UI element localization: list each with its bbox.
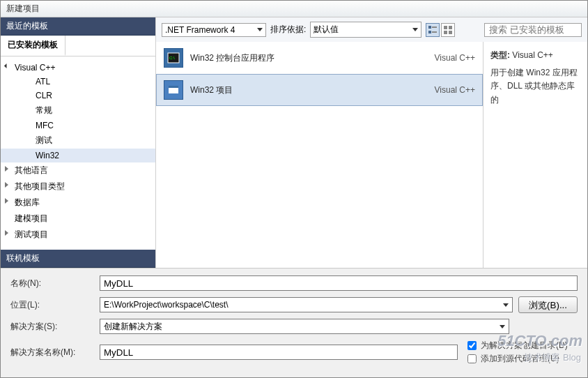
chevron-right-icon (5, 182, 8, 188)
name-row: 名称(N): (10, 275, 578, 291)
tree-mfc[interactable]: MFC (1, 119, 155, 133)
svg-text:C:\: C:\ (169, 56, 175, 60)
svg-rect-6 (444, 31, 447, 34)
sort-combo[interactable]: 默认值 (310, 22, 421, 38)
framework-value: .NET Framework 4 (165, 25, 235, 35)
chevron-down-icon (4, 63, 9, 68)
sort-value: 默认值 (314, 24, 339, 36)
template-list: C:\ Win32 控制台应用程序 Visual C++ Win32 项目 Vi… (156, 42, 483, 268)
solution-value: 创建新解决方案 (104, 321, 162, 333)
list-and-description: C:\ Win32 控制台应用程序 Visual C++ Win32 项目 Vi… (156, 42, 587, 268)
tree-other-project-types[interactable]: 其他项目类型 (1, 179, 155, 195)
tree-general[interactable]: 常规 (1, 103, 155, 119)
chevron-right-icon (5, 198, 8, 204)
tree-test-projects[interactable]: 测试项目 (1, 227, 155, 243)
small-icons-icon (428, 25, 438, 35)
name-label: 名称(N): (10, 278, 94, 289)
svg-rect-2 (432, 27, 437, 28)
tree-atl[interactable]: ATL (1, 75, 155, 89)
dropdown-arrow-icon (503, 303, 509, 307)
svg-rect-0 (428, 26, 431, 29)
tree-database[interactable]: 数据库 (1, 195, 155, 211)
location-combo[interactable]: E:\WorkProject\workspace\C\test\ (100, 297, 513, 312)
sidebar: 最近的模板 已安装的模板 Visual C++ ATL CLR 常规 MFC 测… (1, 17, 156, 268)
form-panel: 名称(N): 位置(L): E:\WorkProject\workspace\C… (1, 268, 587, 377)
solution-label: 解决方案(S): (10, 321, 94, 333)
recent-templates-header[interactable]: 最近的模板 (1, 17, 155, 36)
template-tree: Visual C++ ATL CLR 常规 MFC 测试 Win32 其他语言 … (1, 56, 155, 250)
template-item-console[interactable]: C:\ Win32 控制台应用程序 Visual C++ (156, 42, 483, 74)
view-small-icons-button[interactable] (426, 23, 440, 37)
description-body: 用于创建 Win32 应用程序、DLL 或其他静态库的 (490, 66, 580, 107)
checkbox-icon[interactable] (467, 341, 477, 350)
toolbar: .NET Framework 4 排序依据: 默认值 (156, 17, 587, 42)
framework-combo[interactable]: .NET Framework 4 (162, 23, 266, 37)
dropdown-arrow-icon (257, 28, 263, 31)
titlebar: 新建项目 (1, 1, 587, 17)
checkbox-group: 为解决方案创建目录(D) 添加到源代码管理(U) (466, 340, 578, 365)
create-directory-checkbox[interactable]: 为解决方案创建目录(D) (466, 340, 578, 351)
dropdown-arrow-icon (412, 28, 418, 31)
installed-templates-tab[interactable]: 已安装的模板 (1, 36, 65, 56)
solution-name-row: 解决方案名称(M): 为解决方案创建目录(D) 添加到源代码管理(U) (10, 340, 578, 365)
window-title: 新建项目 (6, 3, 40, 15)
main-pane: .NET Framework 4 排序依据: 默认值 (156, 17, 587, 268)
online-templates-header[interactable]: 联机模板 (1, 250, 155, 268)
svg-rect-4 (444, 26, 447, 29)
tree-clr[interactable]: CLR (1, 89, 155, 103)
checkbox-icon[interactable] (467, 354, 477, 363)
win32-project-icon (164, 80, 183, 100)
solution-combo[interactable]: 创建新解决方案 (100, 319, 509, 334)
location-value: E:\WorkProject\workspace\C\test\ (104, 300, 229, 310)
dialog-content: 最近的模板 已安装的模板 Visual C++ ATL CLR 常规 MFC 测… (1, 17, 587, 377)
view-buttons (426, 23, 455, 37)
solution-name-label: 解决方案名称(M): (10, 347, 94, 358)
tree-modeling[interactable]: 建模项目 (1, 211, 155, 227)
description-type-row: 类型: Visual C++ (490, 49, 580, 62)
location-row: 位置(L): E:\WorkProject\workspace\C\test\ … (10, 296, 578, 313)
svg-rect-11 (169, 86, 178, 88)
svg-rect-5 (449, 26, 452, 29)
view-medium-icons-button[interactable] (441, 23, 455, 37)
dropdown-arrow-icon (500, 325, 505, 328)
tree-test[interactable]: 测试 (1, 133, 155, 149)
type-label: 类型: (490, 50, 510, 60)
svg-rect-3 (432, 31, 437, 33)
tree-visual-cpp[interactable]: Visual C++ (1, 61, 155, 75)
tree-other-languages[interactable]: 其他语言 (1, 162, 155, 179)
solution-name-input[interactable] (100, 345, 458, 360)
sort-label: 排序依据: (270, 24, 306, 36)
search-input[interactable] (484, 23, 582, 37)
browse-button[interactable]: 浏览(B)... (518, 296, 578, 313)
location-label: 位置(L): (10, 299, 94, 311)
medium-icons-icon (443, 25, 453, 35)
source-control-checkbox[interactable]: 添加到源代码管理(U) (466, 353, 578, 365)
template-type: Visual C++ (412, 85, 475, 95)
tree-win32[interactable]: Win32 (1, 149, 155, 162)
description-panel: 类型: Visual C++ 用于创建 Win32 应用程序、DLL 或其他静态… (483, 42, 587, 268)
name-input[interactable] (100, 275, 578, 291)
chevron-right-icon (5, 166, 8, 172)
template-type: Visual C++ (412, 53, 475, 63)
chevron-right-icon (5, 230, 8, 236)
new-project-dialog: 新建项目 最近的模板 已安装的模板 Visual C++ ATL CLR 常规 … (0, 0, 588, 378)
console-app-icon: C:\ (164, 48, 183, 68)
template-item-win32[interactable]: Win32 项目 Visual C++ (156, 74, 483, 106)
upper-pane: 最近的模板 已安装的模板 Visual C++ ATL CLR 常规 MFC 测… (1, 17, 587, 268)
type-value: Visual C++ (512, 50, 552, 60)
svg-rect-7 (449, 31, 452, 34)
solution-row: 解决方案(S): 创建新解决方案 (10, 319, 578, 334)
template-name: Win32 项目 (190, 84, 405, 96)
sidebar-tabs: 已安装的模板 (1, 36, 155, 56)
template-name: Win32 控制台应用程序 (190, 52, 405, 64)
svg-rect-1 (428, 31, 431, 33)
